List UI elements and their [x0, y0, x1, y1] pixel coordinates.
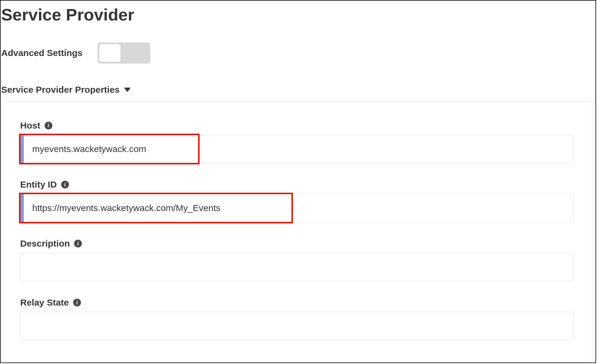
- host-field-group: Host i: [20, 120, 574, 163]
- section-heading-row[interactable]: Service Provider Properties: [1, 85, 594, 95]
- page-title: Service Provider: [1, 2, 594, 24]
- info-icon[interactable]: i: [74, 240, 82, 247]
- entity-id-label: Entity ID: [20, 179, 57, 190]
- description-input[interactable]: [20, 253, 574, 281]
- entity-id-input[interactable]: [20, 194, 574, 222]
- description-field-group: Description i: [20, 238, 574, 281]
- host-label: Host: [20, 120, 40, 131]
- info-icon[interactable]: i: [61, 181, 69, 188]
- relay-state-input[interactable]: [20, 312, 574, 340]
- relay-state-field-group: Relay State i: [20, 297, 574, 340]
- entity-id-field-group: Entity ID i: [20, 179, 574, 222]
- advanced-settings-label: Advanced Settings: [1, 48, 82, 58]
- description-label: Description: [20, 238, 70, 249]
- info-icon[interactable]: i: [73, 299, 81, 306]
- chevron-down-icon: [124, 88, 131, 92]
- advanced-settings-row: Advanced Settings: [1, 42, 594, 64]
- host-input[interactable]: [20, 135, 574, 163]
- section-heading: Service Provider Properties: [1, 85, 120, 95]
- relay-state-label: Relay State: [20, 297, 69, 308]
- properties-panel: Host i Entity ID i Description i Relay S…: [1, 101, 592, 364]
- advanced-settings-toggle[interactable]: [98, 42, 150, 64]
- info-icon[interactable]: i: [45, 122, 52, 129]
